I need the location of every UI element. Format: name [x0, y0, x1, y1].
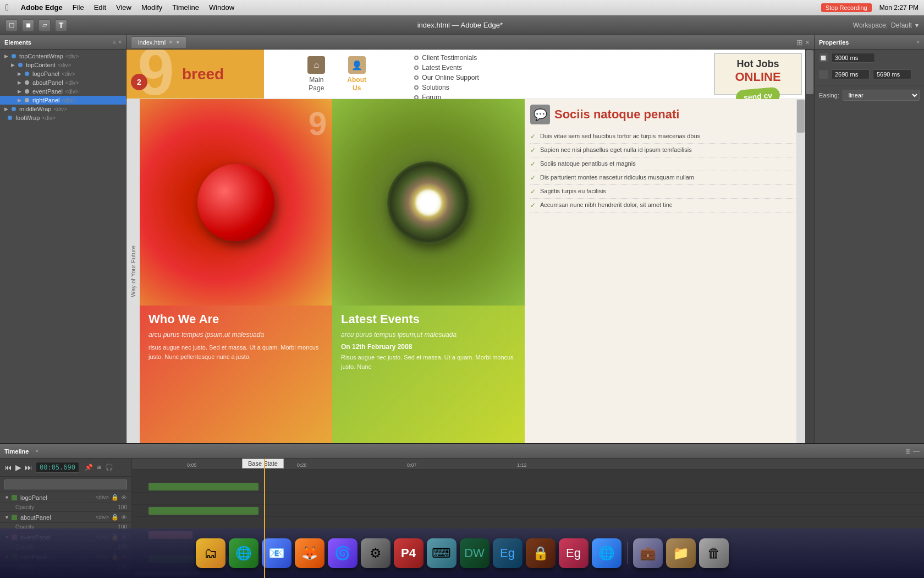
site-nav-main-page[interactable]: ⌂ MainPage — [307, 56, 325, 92]
panel-tomato: 9 Who We Are arcu purus tempus ipsum,ut … — [140, 99, 332, 443]
scrollbar-thumb[interactable] — [797, 100, 805, 133]
timeline-search-input[interactable] — [4, 479, 127, 489]
top-menu-client[interactable]: Client Testimonials — [414, 54, 706, 62]
dock-item-edge[interactable]: Eg — [493, 538, 522, 568]
tree-item-eventpanel[interactable]: ▶ eventPanel <div> — [0, 87, 126, 96]
transport-next-btn[interactable]: ⏭ — [25, 463, 32, 472]
canvas-tab-index[interactable]: index.html × ▾ — [131, 36, 186, 48]
layer-lock-logopanel[interactable]: 🔒 — [111, 494, 119, 501]
tree-item-topcontentwrap[interactable]: ▶ topContentWrap <div> — [0, 52, 126, 61]
modify-menu[interactable]: Modify — [141, 3, 162, 12]
timeline-collapse-icon[interactable]: — — [913, 448, 920, 455]
dock-item-finder[interactable]: 🗂 — [196, 538, 226, 568]
top-menu-events[interactable]: Latest Events — [414, 64, 706, 72]
canvas-close-icon[interactable]: × — [805, 38, 810, 47]
canvas-area: 9 2 breed ⌂ MainPage 👤 — [127, 50, 814, 443]
wave-icon[interactable]: ≋ — [96, 464, 102, 471]
layer-color-aboutpanel — [12, 515, 17, 520]
nav-home-icon: ⌂ — [307, 56, 325, 74]
timeline-close-btn[interactable]: × — [35, 448, 38, 454]
prop-input-3[interactable] — [873, 69, 911, 79]
dock-item-mail[interactable]: 📧 — [262, 538, 292, 568]
window-menu[interactable]: Window — [209, 3, 234, 12]
canvas-scrollbar-thumb[interactable] — [806, 50, 813, 94]
tree-item-rightpanel[interactable]: ▶ rightPanel <div> — [0, 96, 126, 105]
dock-item-eg2[interactable]: Eg — [559, 538, 588, 568]
properties-panel-icon[interactable]: × — [916, 39, 920, 45]
dock-item-firefox[interactable]: 🦊 — [295, 538, 324, 568]
edit-menu[interactable]: Edit — [94, 3, 106, 12]
toolbar-btn-text[interactable]: T — [55, 19, 67, 31]
dock-item-folder[interactable]: 📁 — [666, 538, 696, 568]
view-menu[interactable]: View — [116, 3, 131, 12]
layer-arrow-aboutpanel[interactable]: ▼ — [4, 515, 9, 520]
dock-item-r4[interactable]: P4 — [394, 538, 424, 568]
dock-item-dw[interactable]: DW — [460, 538, 490, 568]
transport-play-btn[interactable]: ▶ — [15, 463, 21, 472]
layer-lock-aboutpanel[interactable]: 🔒 — [111, 514, 119, 521]
timeline-menu[interactable]: Timeline — [172, 3, 199, 12]
workspace-dropdown-icon[interactable]: ▾ — [915, 21, 919, 29]
tree-item-middlewrap[interactable]: ▶ middleWrap <div> — [0, 105, 126, 113]
panel-kiwi: Latest Events arcu purus tempus ipsum,ut… — [332, 99, 525, 443]
timeline-expand-icon[interactable]: ⊞ — [905, 448, 911, 455]
vertical-text-bar: Way of Your Future — [127, 99, 140, 443]
ruler-mark-2: 0:28 — [297, 459, 307, 469]
prop-input-1[interactable] — [831, 53, 875, 63]
panel-icon-1[interactable]: ≡ — [113, 39, 116, 45]
prop-input-2[interactable] — [831, 69, 870, 79]
dock-item-browser[interactable]: 🌐 — [592, 538, 622, 568]
timeline-search-bar — [0, 477, 131, 492]
toolbar-btn-1[interactable]: ▢ — [6, 19, 18, 31]
dock-item-trash[interactable]: 🗑 — [699, 538, 729, 568]
dock-item-chrome[interactable]: 🌐 — [229, 538, 258, 568]
dock-item-torrent[interactable]: 🌀 — [328, 538, 358, 568]
nav-about-label: AboutUs — [347, 76, 366, 92]
tree-item-footwrap[interactable]: footWrap <div> — [0, 113, 126, 122]
stop-recording-btn[interactable]: Stop Recording — [821, 3, 872, 12]
app-toolbar: ▢ ◼ ▱ T index.html — Adobe Edge* Workspa… — [0, 15, 924, 35]
timeline-ruler: 0:05 0:28 0:07 1:12 Base State — [132, 459, 924, 470]
dock-item-terminal[interactable]: ⌨ — [427, 538, 457, 568]
layer-eye-aboutpanel[interactable]: 👁 — [121, 514, 127, 521]
layer-arrow-logopanel[interactable]: ▼ — [4, 495, 9, 500]
layer-eye-logopanel[interactable]: 👁 — [121, 494, 127, 501]
tree-item-aboutpanel[interactable]: ▶ aboutPanel <div> — [0, 78, 126, 87]
top-menu-solutions[interactable]: Solutions — [414, 84, 706, 91]
elements-panel-title: Elements — [4, 39, 31, 46]
apple-menu[interactable]:  — [6, 3, 9, 13]
tree-item-logopanel[interactable]: ▶ logoPanel <div> — [0, 69, 126, 78]
scrollbar[interactable] — [796, 99, 805, 443]
pin-icon[interactable]: 📌 — [85, 464, 93, 471]
dock-item-lock[interactable]: 🔒 — [526, 538, 556, 568]
tree-item-topcontent[interactable]: ▶ topContent <div> — [0, 61, 126, 69]
top-menu-support[interactable]: Our Online Support — [414, 74, 706, 81]
workspace-selector[interactable]: Workspace: Default ▾ — [853, 21, 919, 29]
site-top-right: Client Testimonials Latest Events Our On… — [410, 50, 711, 99]
blog-text-3: Sociis natoque penatibus et magnis — [540, 160, 636, 167]
latest-events-date: On 12th February 2008 — [341, 343, 516, 351]
track-lane-logopanel-opacity — [132, 493, 924, 505]
timeline-tab-label: Timeline — [4, 448, 29, 455]
panel-icon-2[interactable]: × — [118, 39, 122, 45]
dock-item-briefcase[interactable]: 💼 — [633, 538, 663, 568]
canvas-tab-dropdown-icon[interactable]: ▾ — [177, 40, 179, 45]
toolbar-btn-2[interactable]: ◼ — [22, 19, 34, 31]
dock-item-settings[interactable]: ⚙ — [361, 538, 391, 568]
headphone-icon[interactable]: 🎧 — [105, 464, 113, 471]
canvas-expand-icon[interactable]: ⊞ — [796, 38, 803, 47]
tree-dot-4 — [25, 80, 29, 85]
tomato-content: Who We Are arcu purus tempus ipsum,ut ma… — [140, 306, 332, 443]
tree-label-7: middleWrap — [19, 106, 52, 112]
site-nav-about-us[interactable]: 👤 AboutUs — [347, 56, 366, 92]
tree-dot-1 — [12, 54, 16, 58]
app-name-menu[interactable]: Adobe Edge — [21, 3, 63, 12]
timeline-playhead[interactable] — [264, 459, 265, 578]
easing-select[interactable]: linear ease-in ease-out ease-in-out — [843, 90, 920, 101]
transport-prev-btn[interactable]: ⏮ — [4, 463, 12, 472]
toolbar-btn-3[interactable]: ▱ — [38, 19, 51, 31]
prop-row-2 — [815, 66, 924, 83]
canvas-scrollbar[interactable] — [805, 50, 814, 443]
file-menu[interactable]: File — [73, 3, 84, 12]
canvas-tab-close-icon[interactable]: × — [169, 39, 172, 45]
